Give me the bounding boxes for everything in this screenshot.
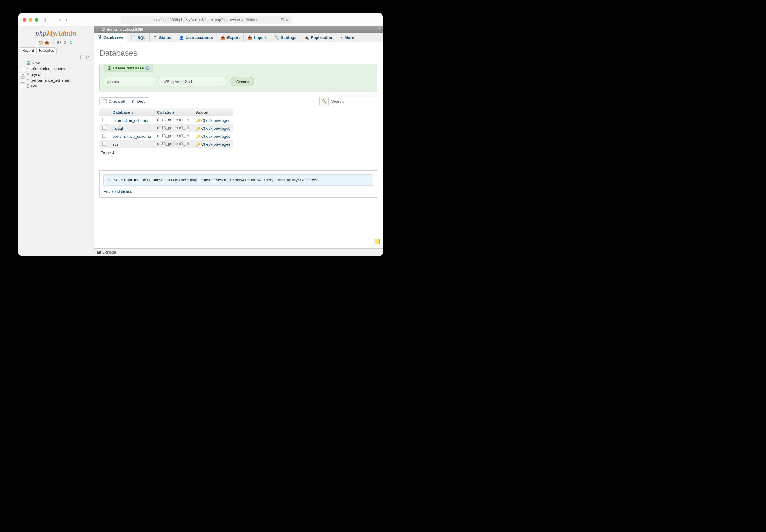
table-row: mysql utf8_general_ci 🔑Check privileges <box>99 124 233 132</box>
db-name-input[interactable] <box>105 77 155 86</box>
check-privileges-link[interactable]: Check privileges <box>201 118 230 123</box>
console-bar[interactable]: Console <box>94 248 383 256</box>
databases-table: Database▲ Collation Action information_s… <box>99 108 233 148</box>
drop-button[interactable]: 🗑 Drop <box>128 97 149 105</box>
home-icon[interactable]: 🏠 <box>38 40 43 45</box>
db-toolbar: Check all 🗑 Drop 🔍 <box>99 97 377 105</box>
tab-more[interactable]: ▼More <box>336 33 358 42</box>
tab-import[interactable]: 📥Import <box>244 33 270 42</box>
logout-icon[interactable]: 📤 <box>44 40 49 45</box>
address-bar[interactable]: localhost:8888/phpMyAdmin5/index.php?rou… <box>121 16 292 24</box>
expand-icon[interactable]: + <box>21 73 25 77</box>
url-text: localhost:8888/phpMyAdmin5/index.php?rou… <box>153 18 258 22</box>
console-icon <box>97 251 101 254</box>
sticky-note-icon[interactable] <box>375 239 380 244</box>
breadcrumb-back-icon[interactable]: ← <box>96 27 99 32</box>
collation-value: utf8_general_ci <box>154 132 193 140</box>
replication-icon: 🔌 <box>304 35 309 40</box>
database-icon: 🗄 <box>26 79 30 82</box>
nav-back-icon[interactable]: ‹ <box>55 16 63 23</box>
db-link[interactable]: performance_schema <box>112 134 151 139</box>
check-all-button[interactable]: Check all <box>99 97 128 105</box>
check-privileges-link[interactable]: Check privileges <box>201 126 230 131</box>
privileges-icon: 🔑 <box>196 127 201 130</box>
nav-sidebar: phpMyAdmin 🏠 📤 ❔ 🗐 ⚙ ↻ Recent Favorites … <box>18 26 94 256</box>
collation-select[interactable]: utf8_german2_ci <box>159 77 226 86</box>
status-icon: 🗒 <box>153 35 157 40</box>
search-input[interactable] <box>328 97 377 105</box>
reload-nav-icon[interactable]: ↻ <box>69 40 74 45</box>
row-checkbox[interactable] <box>102 134 106 138</box>
top-tabs: 🗄Databases 📄SQL 🗒Status 👤User accounts 📤… <box>94 33 383 42</box>
reload-icon[interactable]: ⟳ <box>286 18 289 22</box>
db-link[interactable]: mysql <box>112 126 123 131</box>
tab-export[interactable]: 📤Export <box>217 33 244 42</box>
note-text: Note: Enabling the database statistics h… <box>113 178 318 182</box>
db-link[interactable]: information_schema <box>112 118 148 123</box>
total-count: Total: 4 <box>101 151 377 155</box>
titlebar: ‹ › localhost:8888/phpMyAdmin5/index.php… <box>18 13 383 26</box>
tab-settings[interactable]: 🔧Settings <box>271 33 300 42</box>
create-legend: 🗄 Create database ? <box>104 64 153 72</box>
database-icon: 🗄 <box>26 84 30 88</box>
console-label: Console <box>102 250 116 254</box>
favorites-tab[interactable]: Favorites <box>36 47 57 54</box>
expand-icon[interactable]: + <box>21 67 25 71</box>
tab-users[interactable]: 👤User accounts <box>175 33 217 42</box>
info-note: ⚠ Note: Enabling the database statistics… <box>103 174 373 186</box>
privileges-icon: 🔑 <box>196 119 201 122</box>
col-database[interactable]: Database▲ <box>109 108 154 116</box>
databases-icon: 🗄 <box>97 35 101 40</box>
enable-statistics-link[interactable]: Enable statistics <box>103 189 132 194</box>
collapse-tree-icon[interactable]: – <box>80 55 85 59</box>
close-icon[interactable] <box>23 18 26 22</box>
check-privileges-link[interactable]: Check privileges <box>201 142 230 147</box>
tree-item[interactable]: + 🗄 mysql <box>21 72 94 77</box>
collation-value: utf8_general_ci <box>154 116 193 125</box>
col-collation[interactable]: Collation <box>154 108 193 116</box>
settings-icon[interactable]: ⚙ <box>63 40 68 45</box>
sql-icon[interactable]: 🗐 <box>57 40 62 45</box>
tab-status[interactable]: 🗒Status <box>150 33 175 42</box>
tree-new[interactable]: 🆕 New <box>21 60 94 66</box>
row-checkbox[interactable] <box>102 142 106 146</box>
database-icon: 🗄 <box>26 67 30 71</box>
collation-value: utf8_general_ci <box>154 124 193 132</box>
minimize-icon[interactable] <box>29 18 32 22</box>
logo[interactable]: phpMyAdmin <box>18 26 94 39</box>
check-privileges-link[interactable]: Check privileges <box>201 134 230 139</box>
row-checkbox[interactable] <box>102 118 106 122</box>
tree-item[interactable]: + 🗄 information_schema <box>21 66 94 72</box>
zoom-icon[interactable] <box>35 18 38 22</box>
tab-databases[interactable]: 🗄Databases <box>94 33 127 42</box>
tree-item[interactable]: + 🗄 sys <box>21 83 94 89</box>
expand-icon[interactable]: + <box>21 84 25 88</box>
expand-icon[interactable]: + <box>21 78 25 83</box>
docs-icon[interactable]: ❔ <box>51 40 55 45</box>
sort-asc-icon: ▲ <box>131 111 134 114</box>
row-checkbox[interactable] <box>102 126 106 130</box>
checkall-checkbox[interactable] <box>103 99 107 103</box>
db-link[interactable]: sys <box>112 142 119 147</box>
tree-item[interactable]: + 🗄 performance_schema <box>21 77 94 83</box>
create-button[interactable]: Create <box>231 77 254 86</box>
reader-icon[interactable]: ☰ <box>281 18 284 22</box>
page-title: Databases <box>99 48 377 58</box>
tab-sql[interactable]: 📄SQL <box>127 33 150 42</box>
db-tree: 🆕 New + 🗄 information_schema + 🗄 mysql +… <box>18 59 94 92</box>
window-controls <box>23 18 38 22</box>
breadcrumb-label[interactable]: Server: localhost:8889 <box>107 27 143 32</box>
col-action: Action <box>193 108 233 116</box>
help-icon[interactable]: ? <box>145 66 150 70</box>
main-panel: ← 🖳 Server: localhost:8889 ⌃ 🗄Databases … <box>94 26 383 256</box>
recent-tab[interactable]: Recent <box>19 47 37 54</box>
sidebar-toggle-icon[interactable] <box>44 18 49 22</box>
link-tree-icon[interactable]: ⚭ <box>86 55 91 59</box>
drop-icon: 🗑 <box>131 99 135 104</box>
table-row: information_schema utf8_general_ci 🔑Chec… <box>99 116 233 125</box>
breadcrumb-collapse-icon[interactable]: ⌃ <box>378 28 381 32</box>
users-icon: 👤 <box>179 35 184 40</box>
warning-icon: ⚠ <box>107 178 111 182</box>
search-icon[interactable]: 🔍 <box>319 97 328 105</box>
tab-replication[interactable]: 🔌Replication <box>300 33 336 42</box>
